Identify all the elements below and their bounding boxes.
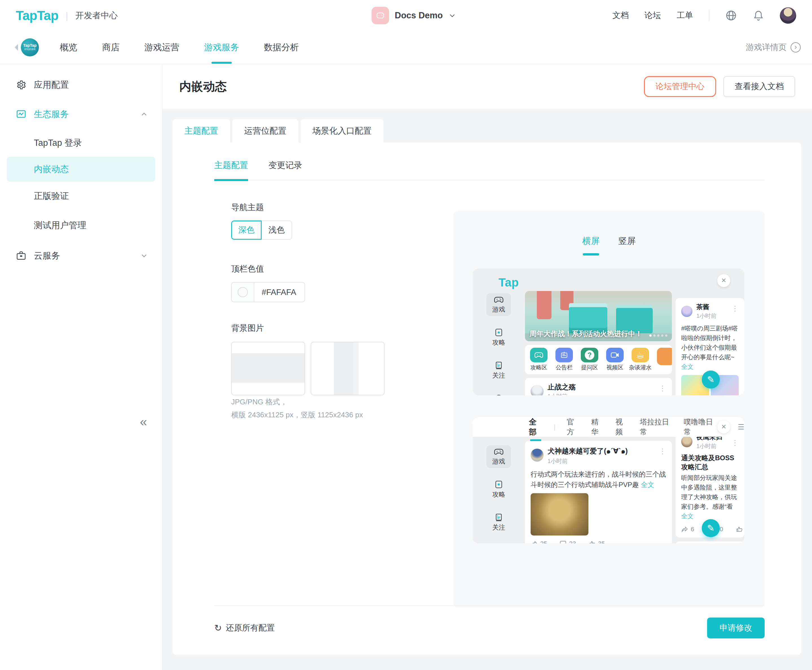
sort-icon[interactable]: ☰ <box>738 423 744 431</box>
sidebar-item-test-users[interactable]: 测试用户管理 <box>0 216 162 235</box>
nav-theme-light-option[interactable]: 浅色 <box>262 220 292 240</box>
header-link-docs[interactable]: 文档 <box>612 10 629 21</box>
forum-tab-all[interactable]: 全部 <box>529 417 543 437</box>
forum-tab-daily2[interactable]: 噗噜噜日常 <box>684 417 716 437</box>
read-more-link[interactable]: 全文 <box>641 481 655 488</box>
avatar <box>531 385 544 396</box>
tab-game-services[interactable]: 游戏服务 <box>192 31 252 64</box>
preview-nav-follow[interactable]: 关注 <box>486 359 511 382</box>
chevron-up-icon[interactable] <box>140 110 148 118</box>
preview-post[interactable]: 止战之殇 1小时前 ⋮ #TA×游戏# 再见，虚荣！ <box>525 378 672 395</box>
forum-tab-daily1[interactable]: 塔拉拉日常 <box>640 417 672 437</box>
quick-entry-more[interactable] <box>656 348 672 371</box>
close-icon[interactable]: ✕ <box>717 420 730 433</box>
preview-nav-game[interactable]: 游戏 <box>486 293 511 316</box>
preview-nav-mine[interactable]: 我的 <box>486 392 511 395</box>
tab-ops-slot-config[interactable]: 运营位配置 <box>232 119 298 143</box>
preview-banner[interactable]: 周年大作战！系列活动火热进行中！ <box>525 291 672 341</box>
sidebar-item-taptap-login[interactable]: TapTap 登录 <box>0 134 162 152</box>
sidebar-collapse-icon[interactable]: « <box>140 414 147 429</box>
color-swatch[interactable] <box>232 283 254 302</box>
like-stat[interactable]: 118 <box>736 526 744 533</box>
header-link-tickets[interactable]: 工单 <box>677 10 693 21</box>
bg-image-landscape-upload[interactable] <box>231 342 305 395</box>
sidebar: 应用配置 生态服务 TapTap 登录 内嵌动态 正版验证 测试用户管理 <box>0 64 162 670</box>
bell-icon[interactable] <box>753 10 764 21</box>
quick-entry-chat[interactable]: ☕ 杂谈灌水 <box>631 348 650 371</box>
tab-store[interactable]: 商店 <box>90 31 132 64</box>
nav-theme-dark-option[interactable]: 深色 <box>231 220 262 240</box>
preview-tab-landscape[interactable]: 横屏 <box>582 235 600 255</box>
sidebar-item-eco-services[interactable]: 生态服务 <box>0 105 162 124</box>
post-author: 止战之殇 <box>548 382 576 392</box>
tab-game-ops[interactable]: 游戏运营 <box>132 31 192 64</box>
preview-post[interactable]: 八两姑娘 1小时前 ⋮ 游戏玩多久了就明白了，游戏其实玩的是归属感，是游戏里的那… <box>675 541 744 543</box>
sidebar-item-app-config[interactable]: 应用配置 <box>0 76 162 94</box>
post-text: 听闻部分玩家闯关途中多遇险阻，这里整理了大神攻略，供玩家们参考。感谢“看 全文 <box>681 473 739 521</box>
preview-nav-guide[interactable]: 攻略 <box>486 478 511 501</box>
preview-nav-game[interactable]: 游戏 <box>486 445 511 468</box>
like-stat[interactable]: 35 <box>589 540 605 543</box>
user-avatar[interactable] <box>780 7 796 24</box>
read-more-link[interactable]: 全文 <box>681 363 694 370</box>
top-header: TapTap | 开发者中心 Docs Demo 文档 论坛 工单 <box>0 0 812 31</box>
preview-nav-follow[interactable]: 关注 <box>486 511 511 534</box>
kebab-menu-icon[interactable]: ⋮ <box>731 304 739 313</box>
tab-overview[interactable]: 概览 <box>47 31 90 64</box>
quick-entry-board[interactable]: 公告栏 <box>555 348 573 371</box>
tab-theme-config[interactable]: 主题配置 <box>173 119 230 143</box>
view-docs-button[interactable]: 查看接入文档 <box>724 76 795 97</box>
sidebar-item-embedded-moments[interactable]: 内嵌动态 <box>7 157 155 182</box>
forum-tab-official[interactable]: 官方 <box>567 417 580 437</box>
inner-tab-theme-config[interactable]: 主题配置 <box>214 160 248 181</box>
topbar-color-input[interactable]: #FAFAFA <box>231 282 305 302</box>
kebab-menu-icon[interactable]: ⋮ <box>659 384 666 393</box>
compose-fab[interactable]: ✎ <box>702 371 720 389</box>
forum-tab-video[interactable]: 视频 <box>616 417 628 437</box>
app-selector-value: Docs Demo <box>395 10 443 20</box>
bg-image-portrait-upload[interactable] <box>311 342 384 395</box>
share-stat[interactable]: 6 <box>681 526 694 533</box>
read-more-link[interactable]: 全文 <box>681 513 694 520</box>
forum-admin-center-button[interactable]: 论坛管理中心 <box>644 76 716 97</box>
post-time: 1小时前 <box>548 393 576 395</box>
quick-entry-guide[interactable]: 攻略区 <box>529 348 548 371</box>
sidebar-item-label: TapTap 登录 <box>34 137 82 149</box>
developer-center-label: 开发者中心 <box>76 10 118 22</box>
preview-tab-portrait[interactable]: 竖屏 <box>618 235 636 255</box>
page-title-row: 内嵌动态 论坛管理中心 查看接入文档 <box>162 64 812 109</box>
quick-entry-questions[interactable]: ? 提问区 <box>580 348 599 371</box>
post-title: 通关攻略及BOSS攻略汇总 <box>681 453 739 472</box>
compose-fab[interactable]: ✎ <box>702 519 720 537</box>
tab-scene-entry-config[interactable]: 场景化入口配置 <box>301 119 384 143</box>
kebab-menu-icon[interactable]: ⋮ <box>659 447 666 456</box>
kebab-menu-icon[interactable]: ⋮ <box>731 438 739 447</box>
globe-icon[interactable] <box>725 10 737 22</box>
game-detail-link[interactable]: 游戏详情页 › <box>746 42 801 53</box>
nav-theme-label: 导航主题 <box>231 202 428 213</box>
gamepad-icon <box>494 448 504 456</box>
app-selector[interactable]: Docs Demo <box>372 7 456 24</box>
chevron-down-icon[interactable] <box>140 252 148 260</box>
config-tabs: 主题配置 运营位配置 场景化入口配置 <box>173 119 801 143</box>
quick-entry-videos[interactable]: 视频区 <box>606 348 624 371</box>
forum-tab-featured[interactable]: 精华 <box>591 417 604 437</box>
sidebar-item-copyright-verify[interactable]: 正版验证 <box>0 187 162 205</box>
share-stat[interactable]: 25 <box>531 540 547 543</box>
reset-all-config-button[interactable]: ↻ 还原所有配置 <box>214 623 275 634</box>
tab-analytics[interactable]: 数据分析 <box>252 31 311 64</box>
topbar-color-value: #FAFAFA <box>254 283 304 302</box>
inner-tab-changelog[interactable]: 变更记录 <box>268 160 302 180</box>
preview-forum-tabbar: 全部 | 官方 精华 视频 塔拉拉日常 噗噜噜日常 ☰ <box>472 417 744 437</box>
theme-config-card: 主题配置 变更记录 导航主题 深色 浅色 顶栏色值 #F <box>173 143 801 655</box>
game-badge[interactable]: TapTap好玩好游戏 <box>21 38 39 56</box>
preview-nav-guide[interactable]: 攻略 <box>486 326 511 349</box>
apply-changes-button[interactable]: 申请修改 <box>707 618 765 638</box>
back-chevron-icon[interactable] <box>11 44 18 51</box>
comment-stat[interactable]: 23 <box>559 540 576 543</box>
sidebar-item-cloud-services[interactable]: 云服务 <box>0 247 162 265</box>
close-icon[interactable]: ✕ <box>717 274 730 287</box>
preview-post[interactable]: 犬神越来越可爱了(๑´∀`๑) 1小时前 ⋮ 行动式两个玩法来进行的，战斗时候的… <box>525 441 672 543</box>
header-link-forum[interactable]: 论坛 <box>645 10 661 21</box>
post-image[interactable] <box>531 493 589 535</box>
